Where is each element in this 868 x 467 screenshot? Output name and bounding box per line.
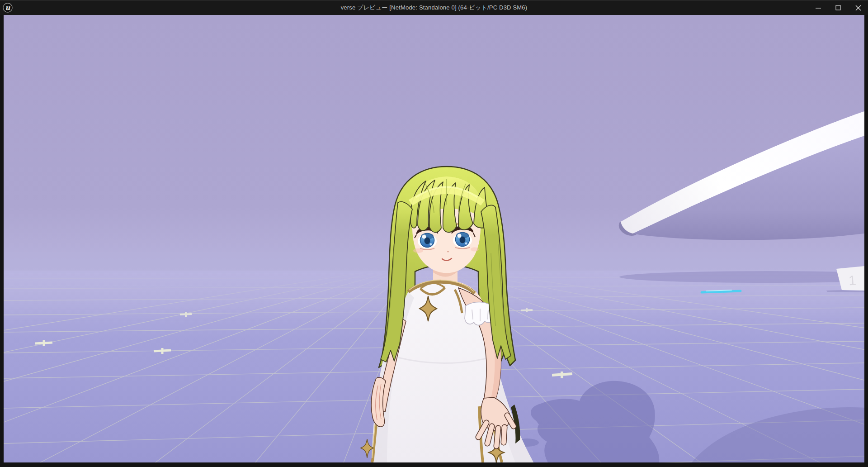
window-controls	[808, 0, 868, 15]
titlebar: u verse プレビュー [NetMode: Standalone 0] (6…	[0, 0, 868, 15]
minimize-button[interactable]	[808, 0, 828, 15]
maximize-icon	[835, 5, 841, 11]
close-button[interactable]	[848, 0, 868, 15]
window-bottom-border	[0, 462, 868, 467]
close-icon	[855, 5, 862, 11]
sign-text: 1	[848, 272, 857, 288]
window-title: verse プレビュー [NetMode: Standalone 0] (64-…	[0, 4, 868, 12]
maximize-button[interactable]	[828, 0, 848, 15]
svg-text:u: u	[5, 4, 11, 12]
nose	[447, 251, 449, 253]
minimize-icon	[815, 5, 821, 11]
unreal-preview-window: u verse プレビュー [NetMode: Standalone 0] (6…	[0, 0, 868, 467]
unreal-logo-icon: u	[2, 2, 13, 13]
blush-right	[471, 248, 479, 252]
game-viewport[interactable]: 1	[4, 15, 864, 462]
